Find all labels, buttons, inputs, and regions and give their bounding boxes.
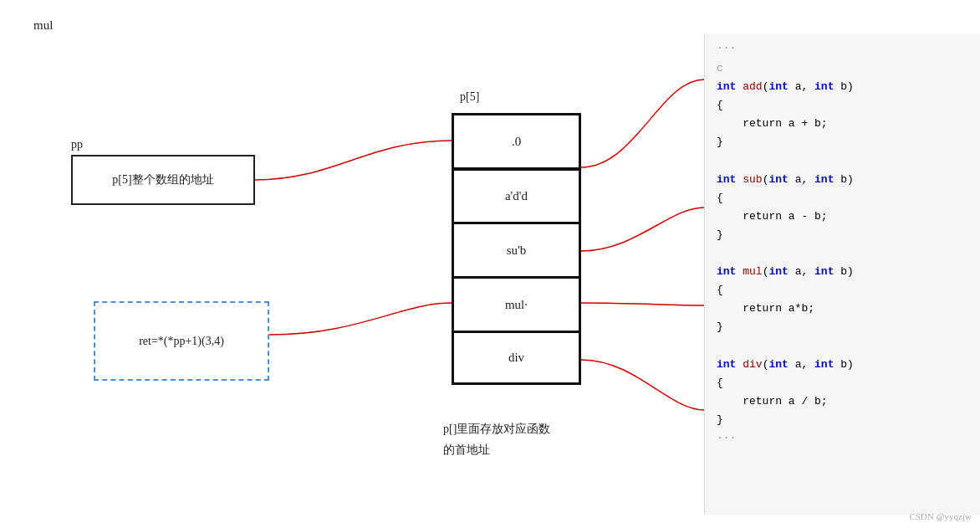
ret-box: ret=*(*pp+1)(3,4)	[94, 301, 269, 381]
code-empty3	[717, 336, 968, 355]
pp-label: pp	[71, 138, 83, 151]
top-label: mul	[33, 18, 53, 33]
pp-box-text: p[5]整个数组的地址	[112, 172, 213, 187]
code-sub-close: }	[717, 226, 968, 244]
code-add-close: }	[717, 133, 968, 151]
code-div-func: int div(int a, int b)	[717, 356, 968, 374]
code-empty2	[717, 244, 968, 263]
code-add-open: {	[717, 96, 968, 115]
code-add-body: return a + b;	[717, 115, 968, 133]
code-ellipsis-bottom: ···	[717, 429, 968, 448]
p5-array: .0 a'd'd su'b mul· div	[452, 113, 581, 385]
code-mul-close: }	[717, 318, 968, 336]
code-div-body: return a / b;	[717, 392, 968, 411]
code-div-close: }	[717, 411, 968, 429]
code-sub-open: {	[717, 189, 968, 208]
code-empty1	[717, 151, 968, 170]
code-sub-body: return a - b;	[717, 208, 968, 226]
p5-cell-3: mul·	[452, 276, 581, 331]
code-div-open: {	[717, 374, 968, 392]
desc-text: p[]里面存放对应函数 的首地址	[443, 418, 550, 460]
p5-cell-0: .0	[452, 113, 581, 167]
code-mul-func: int mul(int a, int b)	[717, 263, 968, 281]
code-c-comment: c	[717, 59, 968, 78]
p5-cell-4: div	[452, 331, 581, 385]
pp-box: p[5]整个数组的地址	[71, 155, 255, 205]
code-sub-func: int sub(int a, int b)	[717, 171, 968, 189]
ret-box-text: ret=*(*pp+1)(3,4)	[139, 335, 224, 348]
code-mul-body: return a*b;	[717, 300, 968, 318]
p5-cell-1: a'd'd	[452, 167, 581, 222]
code-mul-open: {	[717, 281, 968, 300]
desc-line2: 的首地址	[443, 439, 550, 460]
code-ellipsis-top: ···	[717, 42, 968, 54]
code-add-func: int add(int a, int b)	[717, 78, 968, 96]
desc-line1: p[]里面存放对应函数	[443, 418, 550, 439]
watermark: CSDN @yyqzjw	[909, 511, 972, 521]
p5-label: p[5]	[460, 90, 479, 104]
code-panel: ··· c int add(int a, int b) { return a +…	[704, 33, 980, 515]
p5-cell-2: su'b	[452, 222, 581, 276]
